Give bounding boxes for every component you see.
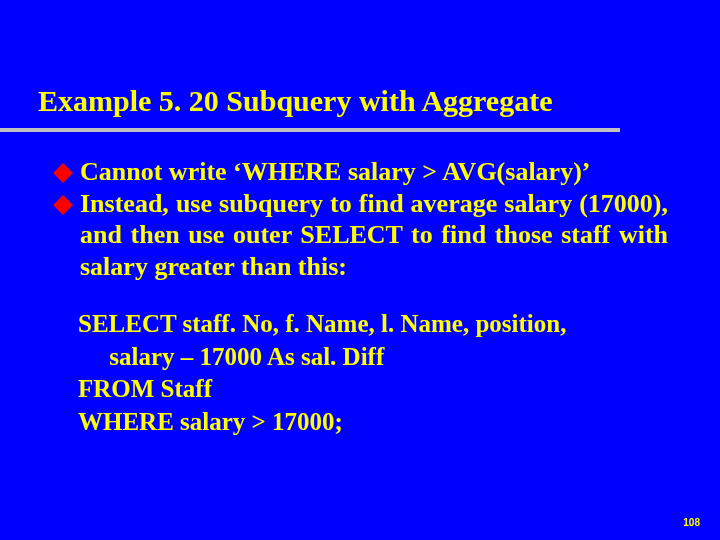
slide-title: Example 5. 20 Subquery with Aggregate xyxy=(38,84,690,117)
bullet-text: Cannot write ‘WHERE salary > AVG(salary)… xyxy=(80,156,668,188)
code-line: salary – 17000 As sal. Diff xyxy=(78,341,660,374)
code-block: SELECT staff. No, f. Name, l. Name, posi… xyxy=(78,308,660,438)
title-underline xyxy=(0,128,620,132)
bullet-list: Cannot write ‘WHERE salary > AVG(salary)… xyxy=(56,156,668,283)
list-item: Cannot write ‘WHERE salary > AVG(salary)… xyxy=(56,156,668,188)
list-item: Instead, use subquery to find average sa… xyxy=(56,188,668,283)
slide: Example 5. 20 Subquery with Aggregate Ca… xyxy=(0,0,720,540)
title-region: Example 5. 20 Subquery with Aggregate xyxy=(38,84,690,117)
diamond-bullet-icon xyxy=(53,195,73,215)
code-line: SELECT staff. No, f. Name, l. Name, posi… xyxy=(78,308,660,341)
code-line: FROM Staff xyxy=(78,373,660,406)
code-line: WHERE salary > 17000; xyxy=(78,406,660,439)
diamond-bullet-icon xyxy=(53,163,73,183)
page-number: 108 xyxy=(683,517,700,528)
bullet-text: Instead, use subquery to find average sa… xyxy=(80,188,668,283)
